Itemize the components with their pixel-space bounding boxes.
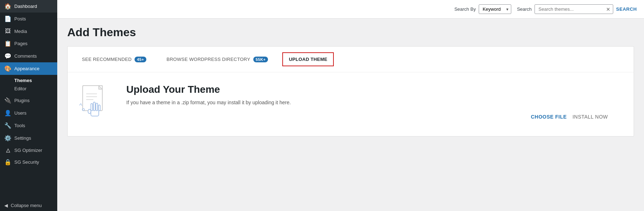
sidebar-item-sg-optimizer[interactable]: △ SG Optimizer [0, 144, 57, 156]
main-content: Search By Keyword Author Tag Search ✕ SE… [57, 0, 644, 211]
sidebar-item-label: Pages [14, 41, 28, 46]
dashboard-icon: 🏠 [4, 3, 11, 10]
sidebar-item-label: Media [14, 29, 27, 34]
search-group: Search ✕ SEARCH [517, 4, 637, 14]
sidebar-item-label: Plugins [14, 98, 30, 103]
upload-description: If you have a theme in a .zip format, yo… [126, 100, 622, 105]
clear-search-button[interactable]: ✕ [606, 6, 610, 12]
collapse-icon: ◀ [4, 203, 8, 208]
sg-optimizer-icon: △ [4, 147, 11, 153]
topbar: Search By Keyword Author Tag Search ✕ SE… [57, 0, 644, 19]
sidebar-appearance-submenu: Themes Editor [0, 75, 57, 94]
collapse-menu-button[interactable]: ◀ Collapse menu [0, 200, 57, 211]
search-by-select[interactable]: Keyword Author Tag [479, 4, 511, 14]
svg-point-11 [88, 109, 91, 114]
tab-upload-theme[interactable]: UPLOAD THEME [282, 52, 334, 66]
pages-icon: 📋 [4, 40, 11, 47]
sidebar-item-label: Dashboard [14, 4, 37, 9]
upload-theme-icon [79, 84, 111, 123]
svg-rect-8 [93, 102, 95, 111]
sidebar-item-editor[interactable]: Editor [0, 85, 57, 93]
comments-icon: 💬 [4, 53, 11, 59]
tools-icon: 🔧 [4, 122, 11, 129]
sidebar-item-label: Settings [14, 135, 31, 141]
tab-upload-theme-label: UPLOAD THEME [289, 57, 327, 62]
themes-card: SEE RECOMMENDED 45+ BROWSE WORDPRESS DIR… [67, 46, 634, 136]
upload-area: Upload Your Theme If you have a theme in… [68, 72, 634, 136]
tab-see-recommended[interactable]: SEE RECOMMENDED 45+ [76, 53, 152, 66]
sidebar-item-sg-security[interactable]: 🔒 SG Security [0, 156, 57, 168]
install-now-button[interactable]: INSTALL NOW [572, 114, 608, 120]
sidebar-item-pages[interactable]: 📋 Pages [0, 37, 57, 50]
settings-icon: ⚙️ [4, 135, 11, 142]
tab-browse-directory[interactable]: BROWSE WORDPRESS DIRECTORY 55K+ [161, 53, 274, 66]
tab-see-recommended-label: SEE RECOMMENDED [82, 57, 132, 62]
sidebar-item-label: Posts [14, 16, 26, 21]
sidebar-item-users[interactable]: 👤 Users [0, 107, 57, 119]
sidebar-item-label: Tools [14, 123, 25, 128]
plugins-icon: 🔌 [4, 97, 11, 104]
upload-content: Upload Your Theme If you have a theme in… [126, 84, 622, 120]
tab-browse-directory-label: BROWSE WORDPRESS DIRECTORY [166, 57, 250, 62]
tabs-row: SEE RECOMMENDED 45+ BROWSE WORDPRESS DIR… [68, 47, 634, 72]
search-button[interactable]: SEARCH [616, 6, 637, 12]
sidebar-item-label: Comments [14, 53, 37, 59]
svg-rect-10 [98, 105, 100, 111]
upload-title: Upload Your Theme [126, 84, 622, 95]
sidebar: 🏠 Dashboard 📄 Posts 🖼 Media 📋 Pages 💬 Co… [0, 0, 57, 211]
sidebar-item-settings[interactable]: ⚙️ Settings [0, 132, 57, 144]
sidebar-item-plugins[interactable]: 🔌 Plugins [0, 94, 57, 107]
choose-file-button[interactable]: CHOOSE FILE [531, 114, 567, 120]
sidebar-item-posts[interactable]: 📄 Posts [0, 13, 57, 25]
users-icon: 👤 [4, 110, 11, 116]
sidebar-item-label: SG Security [14, 159, 39, 165]
media-icon: 🖼 [4, 28, 11, 34]
search-by-group: Search By Keyword Author Tag [454, 4, 511, 14]
posts-icon: 📄 [4, 15, 11, 22]
svg-rect-9 [96, 103, 98, 111]
sidebar-item-appearance[interactable]: 🎨 Appearance [0, 62, 57, 75]
sg-security-icon: 🔒 [4, 159, 11, 166]
sidebar-item-tools[interactable]: 🔧 Tools [0, 119, 57, 132]
sidebar-item-media[interactable]: 🖼 Media [0, 25, 57, 37]
sidebar-item-label: Users [14, 110, 26, 116]
page-title: Add Themes [67, 26, 634, 39]
upload-icon-area [79, 84, 115, 125]
svg-rect-7 [91, 104, 93, 111]
collapse-label: Collapse menu [11, 203, 42, 208]
sidebar-item-label: SG Optimizer [14, 148, 42, 153]
search-label: Search [517, 6, 532, 12]
search-by-label: Search By [454, 6, 476, 12]
upload-actions: CHOOSE FILE INSTALL NOW [126, 114, 622, 120]
sidebar-item-label: Appearance [14, 66, 39, 71]
sidebar-item-dashboard[interactable]: 🏠 Dashboard [0, 0, 57, 13]
appearance-icon: 🎨 [4, 65, 11, 72]
tab-see-recommended-badge: 45+ [135, 57, 147, 62]
sidebar-item-comments[interactable]: 💬 Comments [0, 50, 57, 62]
search-input[interactable] [535, 4, 613, 14]
content-area: Add Themes SEE RECOMMENDED 45+ BROWSE WO… [57, 19, 644, 211]
search-input-wrapper: ✕ [535, 4, 613, 14]
search-by-select-wrapper: Keyword Author Tag [479, 4, 511, 14]
svg-line-14 [81, 104, 82, 106]
svg-line-13 [79, 104, 81, 105]
tab-browse-directory-badge: 55K+ [253, 57, 268, 62]
sidebar-item-themes[interactable]: Themes [0, 76, 57, 85]
